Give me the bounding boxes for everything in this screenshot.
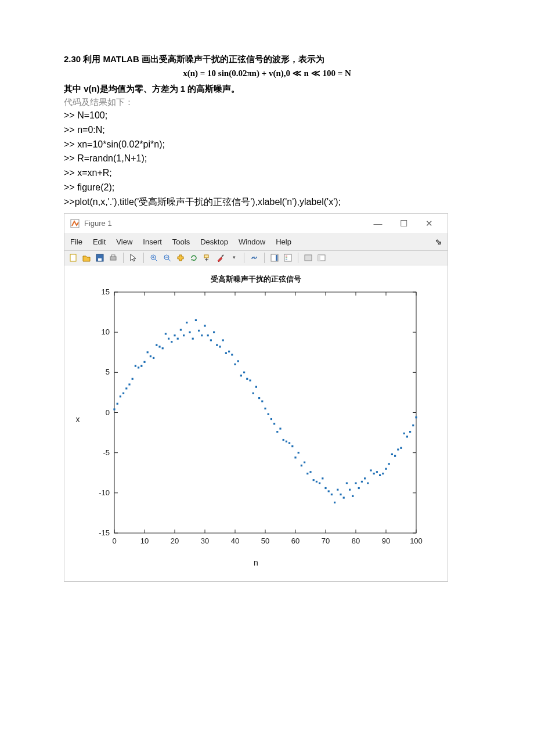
maximize-button[interactable]: ☐	[391, 217, 416, 230]
svg-text:30: 30	[201, 537, 209, 545]
menu-edit[interactable]: Edit	[93, 236, 106, 248]
new-icon[interactable]	[68, 253, 78, 263]
svg-rect-131	[264, 408, 266, 409]
figure-titlebar: Figure 1 — ☐ ✕	[64, 214, 448, 234]
print-icon[interactable]	[108, 253, 118, 263]
menu-tools[interactable]: Tools	[172, 236, 190, 248]
svg-rect-156	[340, 494, 341, 495]
svg-rect-163	[361, 481, 363, 483]
chart-ylabel: x	[74, 413, 82, 426]
svg-rect-153	[331, 494, 333, 495]
svg-rect-172	[388, 463, 390, 465]
svg-rect-122	[237, 360, 239, 362]
zoom-in-icon[interactable]	[149, 253, 159, 263]
svg-rect-181	[415, 416, 417, 418]
chart-title: 受高斯噪声干扰的正弦信号	[70, 273, 442, 285]
svg-rect-126	[249, 379, 251, 381]
svg-text:10: 10	[140, 537, 149, 545]
svg-rect-121	[234, 363, 236, 365]
code-line-1: >> n=0:N;	[64, 123, 470, 138]
svg-rect-145	[306, 473, 308, 474]
data-cursor-icon[interactable]	[202, 253, 212, 263]
matlab-figure-icon	[70, 219, 80, 228]
svg-rect-138	[286, 441, 287, 442]
legend-icon[interactable]	[283, 253, 293, 263]
menu-desktop[interactable]: Desktop	[200, 236, 228, 248]
menu-file[interactable]: File	[70, 236, 82, 248]
menu-help[interactable]: Help	[276, 236, 291, 248]
menu-insert[interactable]: Insert	[143, 236, 162, 248]
code-line-0: >> N=100;	[64, 109, 470, 123]
hide-plottools-icon[interactable]	[303, 253, 313, 263]
problem-formula: x(n) = 10 sin(0.02πn) + v(n),0 ≪ n ≪ 100…	[64, 67, 470, 80]
svg-rect-86	[128, 383, 130, 385]
svg-rect-82	[117, 403, 118, 405]
svg-rect-102	[177, 337, 179, 339]
toolbar-sep	[143, 253, 144, 263]
svg-rect-25	[318, 255, 320, 261]
svg-rect-26	[114, 292, 416, 533]
svg-rect-109	[198, 330, 200, 332]
svg-line-11	[168, 259, 171, 261]
svg-rect-142	[298, 452, 300, 453]
svg-rect-148	[316, 481, 317, 483]
close-button[interactable]: ✕	[416, 217, 442, 230]
svg-rect-104	[183, 334, 185, 336]
svg-rect-119	[228, 351, 230, 352]
svg-text:-15: -15	[99, 528, 110, 537]
rotate-icon[interactable]	[189, 253, 199, 263]
svg-rect-98	[165, 333, 167, 334]
dropdown-icon[interactable]: ▾	[229, 253, 239, 263]
svg-rect-159	[349, 489, 351, 491]
problem-line2: 其中 v(n)是均值为零、方差为 1 的高斯噪声。	[64, 82, 470, 95]
pan-icon[interactable]	[175, 253, 186, 263]
svg-rect-143	[301, 465, 302, 466]
svg-rect-92	[147, 351, 149, 353]
svg-text:10: 10	[102, 327, 110, 336]
link-icon[interactable]	[249, 253, 259, 263]
svg-text:5: 5	[106, 368, 110, 376]
pointer-icon[interactable]	[128, 253, 139, 263]
svg-rect-110	[201, 334, 203, 336]
colorbar-icon[interactable]	[269, 253, 280, 263]
zoom-out-icon[interactable]	[162, 253, 172, 263]
svg-rect-154	[334, 502, 335, 503]
problem-heading: 2.30 利用 MATLAB 画出受高斯噪声干扰的正弦信号的波形，表示为	[64, 52, 470, 66]
svg-rect-19	[284, 254, 291, 261]
svg-text:-10: -10	[99, 488, 110, 497]
svg-text:20: 20	[171, 537, 179, 545]
svg-rect-112	[207, 334, 209, 336]
svg-text:70: 70	[322, 537, 330, 545]
code-line-3: >> R=randn(1,N+1);	[64, 152, 470, 166]
svg-text:50: 50	[261, 537, 269, 545]
figure-axes-area: 受高斯噪声干扰的正弦信号 x 0102030405060708090100-15…	[64, 265, 448, 581]
svg-rect-94	[153, 357, 154, 359]
show-plottools-icon[interactable]	[316, 253, 327, 263]
svg-rect-171	[385, 468, 387, 470]
svg-rect-117	[222, 339, 224, 341]
toolbar-sep	[298, 253, 298, 263]
minimize-button[interactable]: —	[365, 217, 391, 230]
svg-text:-5: -5	[103, 448, 110, 457]
svg-rect-90	[140, 365, 142, 367]
svg-rect-4	[110, 257, 116, 260]
svg-rect-180	[412, 424, 414, 426]
figure-window: Figure 1 — ☐ ✕ File Edit View Insert Too…	[64, 213, 448, 582]
svg-rect-93	[150, 355, 151, 357]
chart-xlabel: n	[70, 557, 442, 570]
menu-window[interactable]: Window	[239, 236, 265, 248]
svg-rect-108	[195, 319, 197, 321]
svg-rect-85	[125, 387, 127, 389]
open-icon[interactable]	[81, 253, 92, 263]
save-icon[interactable]	[95, 253, 105, 263]
svg-rect-139	[288, 442, 290, 444]
svg-rect-114	[213, 331, 215, 333]
svg-text:0: 0	[106, 408, 110, 416]
svg-rect-120	[231, 354, 233, 355]
figure-title: Figure 1	[84, 218, 365, 229]
svg-rect-96	[158, 345, 160, 347]
svg-rect-127	[252, 393, 254, 394]
brush-icon[interactable]	[215, 253, 226, 263]
menubar-dock-icon[interactable]: ⬂	[435, 236, 442, 248]
menu-view[interactable]: View	[116, 236, 132, 248]
